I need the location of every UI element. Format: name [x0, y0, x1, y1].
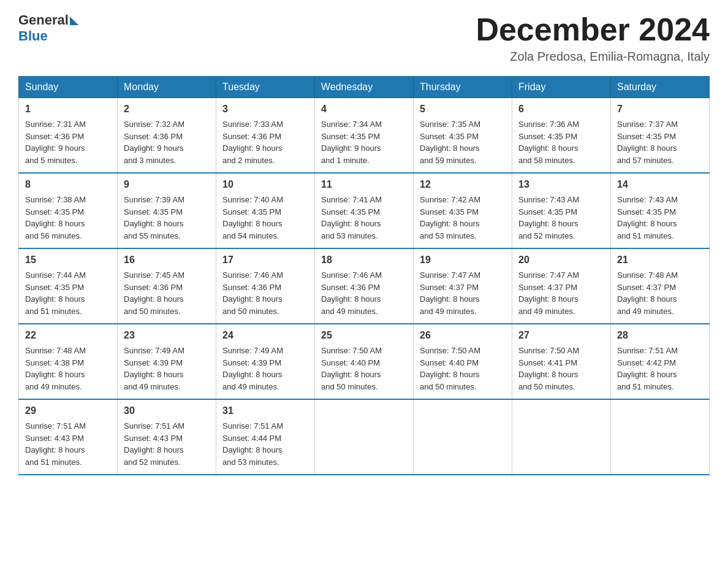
sunrise-text: Sunrise: 7:41 AM — [321, 195, 382, 204]
daylight-text2: and 3 minutes. — [124, 156, 176, 165]
page-header: General Blue December 2024 Zola Predosa,… — [18, 12, 710, 64]
daylight-text2: and 49 minutes. — [321, 307, 378, 316]
sunset-text: Sunset: 4:36 PM — [124, 283, 183, 292]
sunset-text: Sunset: 4:35 PM — [124, 207, 183, 216]
day-number: 29 — [25, 404, 111, 418]
sunset-text: Sunset: 4:35 PM — [25, 283, 84, 292]
sunset-text: Sunset: 4:36 PM — [321, 283, 380, 292]
calendar-cell-w4-d6: 28 Sunrise: 7:51 AM Sunset: 4:42 PM Dayl… — [611, 324, 710, 399]
col-friday: Friday — [512, 77, 611, 98]
calendar-header-row: Sunday Monday Tuesday Wednesday Thursday… — [19, 77, 710, 98]
calendar-cell-w4-d4: 26 Sunrise: 7:50 AM Sunset: 4:40 PM Dayl… — [414, 324, 512, 399]
daylight-text2: and 58 minutes. — [518, 156, 575, 165]
daylight-text2: and 49 minutes. — [518, 307, 575, 316]
daylight-text: Daylight: 8 hours — [25, 370, 85, 379]
calendar-cell-w3-d0: 15 Sunrise: 7:44 AM Sunset: 4:35 PM Dayl… — [19, 248, 118, 324]
daylight-text: Daylight: 8 hours — [222, 445, 282, 454]
daylight-text: Daylight: 8 hours — [617, 294, 677, 304]
daylight-text2: and 49 minutes. — [617, 307, 674, 316]
calendar-cell-w2-d3: 11 Sunrise: 7:41 AM Sunset: 4:35 PM Dayl… — [315, 173, 414, 248]
day-number: 3 — [222, 102, 308, 117]
calendar-cell-w5-d1: 30 Sunrise: 7:51 AM Sunset: 4:43 PM Dayl… — [118, 399, 216, 475]
daylight-text: Daylight: 8 hours — [518, 144, 578, 153]
sunrise-text: Sunrise: 7:38 AM — [25, 195, 86, 204]
daylight-text2: and 51 minutes. — [617, 231, 674, 240]
daylight-text: Daylight: 8 hours — [25, 219, 85, 228]
sunset-text: Sunset: 4:36 PM — [124, 132, 183, 141]
sunrise-text: Sunrise: 7:44 AM — [25, 270, 86, 280]
daylight-text2: and 5 minutes. — [25, 156, 77, 165]
day-number: 31 — [222, 404, 308, 418]
sunset-text: Sunset: 4:35 PM — [617, 207, 676, 216]
daylight-text2: and 49 minutes. — [25, 382, 82, 391]
sunrise-text: Sunrise: 7:51 AM — [617, 346, 678, 355]
day-number: 21 — [617, 253, 703, 267]
sunset-text: Sunset: 4:38 PM — [25, 358, 84, 367]
sunrise-text: Sunrise: 7:49 AM — [222, 346, 283, 355]
day-number: 2 — [124, 102, 210, 117]
day-number: 13 — [518, 177, 604, 192]
daylight-text: Daylight: 8 hours — [518, 219, 578, 228]
daylight-text: Daylight: 9 hours — [222, 144, 282, 153]
sunset-text: Sunset: 4:35 PM — [518, 207, 577, 216]
daylight-text: Daylight: 9 hours — [25, 144, 85, 153]
sunset-text: Sunset: 4:35 PM — [321, 132, 380, 141]
daylight-text: Daylight: 8 hours — [518, 370, 578, 379]
calendar-cell-w3-d4: 19 Sunrise: 7:47 AM Sunset: 4:37 PM Dayl… — [414, 248, 512, 324]
daylight-text: Daylight: 9 hours — [321, 144, 381, 153]
daylight-text: Daylight: 8 hours — [222, 219, 282, 228]
daylight-text: Daylight: 8 hours — [321, 294, 381, 304]
sunset-text: Sunset: 4:35 PM — [321, 207, 380, 216]
col-wednesday: Wednesday — [315, 77, 414, 98]
calendar-cell-w3-d1: 16 Sunrise: 7:45 AM Sunset: 4:36 PM Dayl… — [118, 248, 216, 324]
sunset-text: Sunset: 4:35 PM — [518, 132, 577, 141]
daylight-text2: and 50 minutes. — [222, 307, 279, 316]
sunset-text: Sunset: 4:37 PM — [617, 283, 676, 292]
sunrise-text: Sunrise: 7:37 AM — [617, 120, 678, 129]
logo-general: General — [18, 12, 69, 28]
daylight-text: Daylight: 8 hours — [420, 219, 480, 228]
sunset-text: Sunset: 4:35 PM — [617, 132, 676, 141]
day-number: 26 — [420, 328, 506, 343]
calendar-cell-w5-d6 — [611, 399, 710, 475]
calendar-cell-w1-d2: 3 Sunrise: 7:33 AM Sunset: 4:36 PM Dayli… — [216, 98, 315, 174]
calendar-week-2: 8 Sunrise: 7:38 AM Sunset: 4:35 PM Dayli… — [19, 173, 710, 248]
day-number: 14 — [617, 177, 703, 192]
sunset-text: Sunset: 4:37 PM — [518, 283, 577, 292]
sunset-text: Sunset: 4:44 PM — [222, 434, 281, 443]
sunrise-text: Sunrise: 7:39 AM — [124, 195, 184, 204]
sunset-text: Sunset: 4:36 PM — [25, 132, 84, 141]
daylight-text2: and 52 minutes. — [124, 458, 181, 467]
calendar-table: Sunday Monday Tuesday Wednesday Thursday… — [18, 76, 710, 475]
sunset-text: Sunset: 4:36 PM — [222, 132, 281, 141]
day-number: 5 — [420, 102, 506, 117]
day-number: 16 — [124, 253, 210, 267]
sunrise-text: Sunrise: 7:46 AM — [321, 270, 382, 280]
daylight-text2: and 49 minutes. — [124, 382, 181, 391]
calendar-cell-w2-d0: 8 Sunrise: 7:38 AM Sunset: 4:35 PM Dayli… — [19, 173, 118, 248]
day-number: 17 — [222, 253, 308, 267]
daylight-text: Daylight: 8 hours — [124, 219, 184, 228]
sunrise-text: Sunrise: 7:36 AM — [518, 120, 579, 129]
daylight-text2: and 57 minutes. — [617, 156, 674, 165]
daylight-text2: and 52 minutes. — [518, 231, 575, 240]
daylight-text: Daylight: 8 hours — [617, 219, 677, 228]
sunrise-text: Sunrise: 7:51 AM — [25, 421, 86, 431]
daylight-text2: and 59 minutes. — [420, 156, 477, 165]
sunset-text: Sunset: 4:41 PM — [518, 358, 577, 367]
calendar-cell-w1-d6: 7 Sunrise: 7:37 AM Sunset: 4:35 PM Dayli… — [611, 98, 710, 174]
day-number: 19 — [420, 253, 506, 267]
calendar-cell-w5-d4 — [414, 399, 512, 475]
calendar-cell-w3-d2: 17 Sunrise: 7:46 AM Sunset: 4:36 PM Dayl… — [216, 248, 315, 324]
calendar-week-4: 22 Sunrise: 7:48 AM Sunset: 4:38 PM Dayl… — [19, 324, 710, 399]
day-number: 18 — [321, 253, 407, 267]
calendar-cell-w5-d3 — [315, 399, 414, 475]
sunrise-text: Sunrise: 7:43 AM — [617, 195, 678, 204]
calendar-week-5: 29 Sunrise: 7:51 AM Sunset: 4:43 PM Dayl… — [19, 399, 710, 475]
sunset-text: Sunset: 4:40 PM — [321, 358, 380, 367]
daylight-text2: and 53 minutes. — [321, 231, 378, 240]
sunset-text: Sunset: 4:39 PM — [222, 358, 281, 367]
sunrise-text: Sunrise: 7:43 AM — [518, 195, 579, 204]
title-block: December 2024 Zola Predosa, Emilia-Romag… — [476, 12, 710, 64]
sunset-text: Sunset: 4:35 PM — [420, 132, 479, 141]
